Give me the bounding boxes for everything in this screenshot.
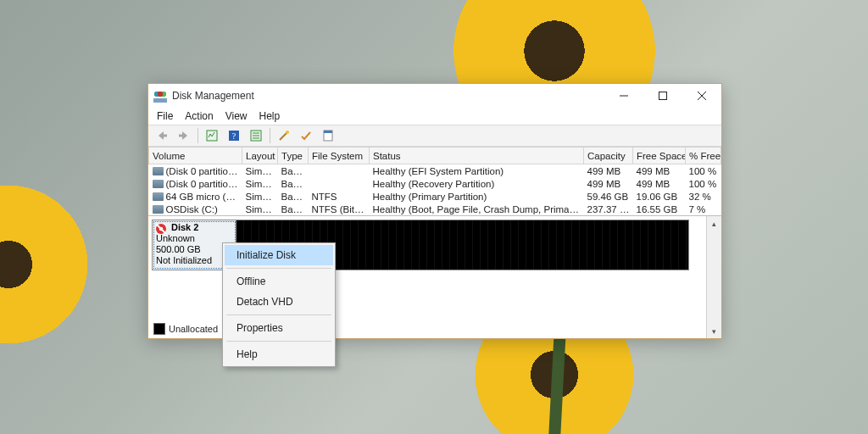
volume-list[interactable]: Volume Layout Type File System Status Ca… [148,147,721,215]
cell-pctfree: 100 % [686,164,721,178]
ctx-offline[interactable]: Offline [225,271,333,292]
decorative-flower [0,171,102,358]
svg-rect-2 [179,135,183,137]
cell-type: Basic [278,203,309,215]
svg-rect-3 [207,131,217,141]
properties-button[interactable] [318,126,338,145]
action-button[interactable] [274,126,294,145]
svg-text:?: ? [232,131,236,141]
help-icon: ? [227,129,241,142]
toolbar: ? [148,125,721,147]
cell-fs: NTFS [309,190,370,203]
legend-unallocated: Unallocated [153,323,218,335]
cell-layout: Simple [242,164,278,178]
toolbar-separator [198,128,198,143]
properties-icon [321,129,335,142]
disk-size: 500.00 GB [156,244,232,255]
maximize-icon [659,92,667,100]
close-icon [698,92,706,100]
cell-type: Basic [278,177,309,190]
cell-free: 499 MB [633,164,686,178]
legend-label: Unallocated [169,324,218,334]
check-button[interactable] [296,126,316,145]
cell-pctfree: 32 % [686,190,721,203]
ctx-separator [226,268,331,269]
cell-status: Healthy (Primary Partition) [370,190,584,203]
menubar: File Action View Help [148,108,721,125]
column-headers[interactable]: Volume Layout Type File System Status Ca… [149,147,721,164]
cell-capacity: 499 MB [584,177,633,190]
col-volume[interactable]: Volume [149,147,242,164]
ctx-initialize-disk[interactable]: Initialize Disk [225,245,333,265]
cell-free: 499 MB [633,177,686,190]
forward-button[interactable] [174,126,194,145]
refresh-button[interactable] [202,126,222,145]
ctx-separator [226,314,331,315]
maximize-button[interactable] [643,84,682,108]
help-button[interactable]: ? [224,126,244,145]
minimize-button[interactable] [604,84,643,108]
cell-fs [309,164,370,178]
toolbar-separator [270,128,270,143]
cell-volume: 64 GB micro (D:) [149,190,242,203]
col-layout[interactable]: Layout [242,147,278,164]
disk-state: Not Initialized [156,255,232,266]
minimize-icon [620,92,628,100]
ctx-detach-vhd[interactable]: Detach VHD [225,292,333,312]
col-pctfree[interactable]: % Free [686,147,721,164]
back-button[interactable] [152,126,172,145]
cell-layout: Simple [242,190,278,203]
refresh-icon [205,129,219,142]
cell-capacity: 237.37 GB [584,203,633,215]
disk-kind: Unknown [156,233,232,244]
titlebar[interactable]: Disk Management [148,84,721,108]
ctx-properties[interactable]: Properties [225,318,333,338]
disk-name: Disk 2 [171,222,232,233]
svg-rect-1 [163,135,167,137]
arrow-right-icon [177,129,191,142]
cell-free: 19.06 GB [633,190,686,203]
ctx-separator [226,341,331,342]
cell-layout: Simple [242,177,278,190]
col-free[interactable]: Free Space [633,147,686,164]
wand-icon [277,129,291,142]
check-icon [299,129,313,142]
ctx-help[interactable]: Help [225,344,333,364]
window-title: Disk Management [172,90,254,102]
menu-view[interactable]: View [220,109,253,123]
arrow-left-icon [155,129,169,142]
context-menu: Initialize Disk Offline Detach VHD Prope… [222,242,336,367]
svg-rect-0 [659,92,667,100]
cell-layout: Simple [242,203,278,215]
cell-capacity: 59.46 GB [584,190,633,203]
vertical-scrollbar[interactable]: ▴ ▾ [706,216,721,338]
col-fs[interactable]: File System [309,147,370,164]
cell-volume: OSDisk (C:) [149,203,242,215]
cell-type: Basic [278,164,309,178]
svg-point-7 [286,131,289,134]
cell-fs: NTFS (BitLo… [309,203,370,215]
cell-volume: (Disk 0 partition 1) [149,164,242,178]
cell-status: Healthy (EFI System Partition) [370,164,584,178]
col-status[interactable]: Status [370,147,584,164]
menu-file[interactable]: File [152,109,178,123]
cell-fs [309,177,370,190]
menu-help[interactable]: Help [254,109,286,123]
table-row[interactable]: 64 GB micro (D:)SimpleBasicNTFSHealthy (… [149,190,721,203]
app-icon [153,89,167,103]
table-row[interactable]: (Disk 0 partition 4)SimpleBasicHealthy (… [149,177,721,190]
col-capacity[interactable]: Capacity [584,147,633,164]
legend-swatch-icon [153,323,165,335]
table-row[interactable]: OSDisk (C:)SimpleBasicNTFS (BitLo…Health… [149,203,721,215]
close-button[interactable] [682,84,721,108]
cell-capacity: 499 MB [584,164,633,178]
settings-button[interactable] [246,126,266,145]
scroll-up-icon[interactable]: ▴ [707,216,721,231]
col-type[interactable]: Type [278,147,309,164]
cell-free: 16.55 GB [633,203,686,215]
cell-status: Healthy (Recovery Partition) [370,177,584,190]
menu-action[interactable]: Action [180,109,218,123]
cell-type: Basic [278,190,309,203]
table-row[interactable]: (Disk 0 partition 1)SimpleBasicHealthy (… [149,164,721,178]
scroll-down-icon[interactable]: ▾ [707,324,721,338]
